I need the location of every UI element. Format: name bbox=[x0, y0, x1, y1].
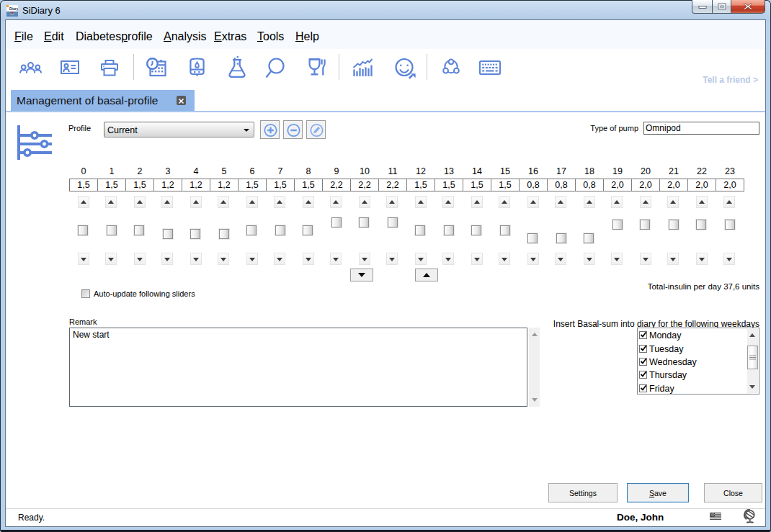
svg-text:Diary: Diary bbox=[9, 6, 18, 11]
